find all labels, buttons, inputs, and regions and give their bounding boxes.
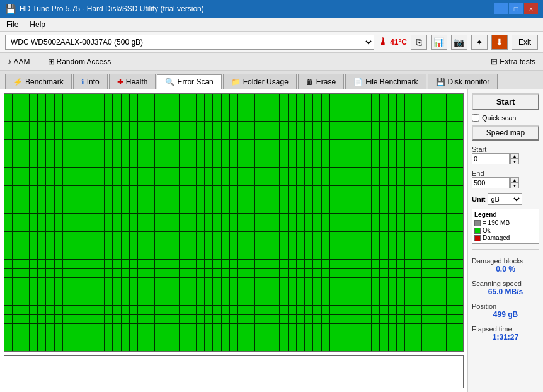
grid-cell [146,186,154,195]
download-icon-button[interactable]: ⬇ [491,35,508,50]
extra-tests-button[interactable]: ⊞ Extra tests [488,55,538,67]
start-spin-up[interactable]: ▲ [510,153,519,159]
star-icon-button[interactable]: ✦ [471,35,488,50]
grid-cell [289,222,296,231]
grid-cell [188,296,196,305]
minimize-button[interactable]: − [494,3,508,14]
menu-file[interactable]: File [4,19,21,30]
grid-cell [138,260,146,268]
grid-cell [338,315,346,324]
copy-icon-button[interactable]: ⎘ [411,35,427,50]
grid-cell [238,232,246,241]
grid-cell [455,306,463,314]
speed-map-button[interactable]: Speed map [472,125,539,141]
grid-cell [230,333,237,342]
grid-cell [455,324,463,333]
grid-cell [405,306,413,314]
grid-cell [363,306,371,314]
grid-cell [205,214,212,222]
grid-cell [55,315,62,324]
random-access-button[interactable]: ⊞ Random Access [45,55,114,67]
grid-cell [213,103,220,112]
unit-select[interactable]: MB gB [488,193,522,205]
grid-cell [272,168,279,176]
grid-cell [246,112,254,121]
grid-cell [4,214,12,222]
graph-icon-button[interactable]: 📊 [431,35,447,50]
grid-cell [346,260,354,268]
grid-cell [88,278,96,287]
tab-disk-monitor[interactable]: 💾 Disk monitor [428,74,498,89]
drive-select[interactable]: WDC WD5002AALX-00J37A0 (500 gB) [5,35,374,50]
grid-cell [205,103,212,112]
unit-row: Unit MB gB [472,193,539,205]
tab-error-scan[interactable]: 🔍 Error Scan [157,74,221,89]
quick-scan-checkbox[interactable] [472,114,479,122]
grid-cell [297,306,304,314]
grid-cell [38,186,45,195]
grid-cell [280,296,287,305]
grid-cell [246,168,254,176]
grid-cell [372,195,379,204]
tab-folder-usage[interactable]: 📁 Folder Usage [223,74,297,89]
end-spin-down[interactable]: ▼ [510,183,519,188]
grid-cell [46,278,54,287]
aam-button[interactable]: ♪ AAM [5,55,33,67]
grid-cell [255,186,263,195]
grid-cell [397,94,404,103]
grid-cell [163,342,171,351]
grid-cell [438,195,446,204]
grid-cell [30,186,37,195]
grid-cell [338,287,346,296]
grid-cell [313,315,321,324]
grid-cell [71,214,79,222]
end-field-input[interactable] [472,177,510,188]
tab-file-benchmark[interactable]: 📄 File Benchmark [345,74,426,89]
grid-cell [71,94,79,103]
grid-cell [88,315,96,324]
grid-cell [313,269,321,278]
grid-cell [113,214,120,222]
grid-cell [397,214,404,222]
grid-cell [63,158,71,167]
tab-info[interactable]: ℹ Info [73,74,108,89]
camera-icon-button[interactable]: 📷 [451,35,467,50]
grid-cell [130,296,137,305]
grid-cell [330,130,338,139]
grid-cell [222,287,229,296]
grid-cell [413,315,421,324]
start-spin-down[interactable]: ▼ [510,159,519,164]
grid-cell [230,140,237,149]
grid-cell [397,260,404,268]
maximize-button[interactable]: □ [509,3,523,14]
grid-cell [71,158,79,167]
grid-cell [146,306,154,314]
grid-cell [105,103,112,112]
grid-cell [138,103,146,112]
grid-cell [88,222,96,231]
start-field-input[interactable] [472,153,510,164]
tab-health[interactable]: ✚ Health [109,74,156,89]
exit-button[interactable]: Exit [512,35,538,50]
grid-cell [46,168,54,176]
grid-cell [380,269,387,278]
menu-help[interactable]: Help [27,19,48,30]
grid-cell [405,140,413,149]
grid-cell [238,260,246,268]
grid-cell [363,222,371,231]
grid-cell [130,306,137,314]
grid-cell [71,195,79,204]
grid-cell [389,176,396,185]
grid-cell [438,149,446,158]
grid-cell [30,214,37,222]
start-button[interactable]: Start [472,93,539,110]
grid-cell [230,269,237,278]
grid-cell [222,296,229,305]
grid-cell [13,94,20,103]
close-button[interactable]: × [524,3,538,14]
end-spin-up[interactable]: ▲ [510,177,519,183]
tab-erase[interactable]: 🗑 Erase [298,74,344,89]
grid-cell [322,241,329,250]
grid-cell [230,195,237,204]
tab-benchmark[interactable]: ⚡ Benchmark [5,74,72,89]
